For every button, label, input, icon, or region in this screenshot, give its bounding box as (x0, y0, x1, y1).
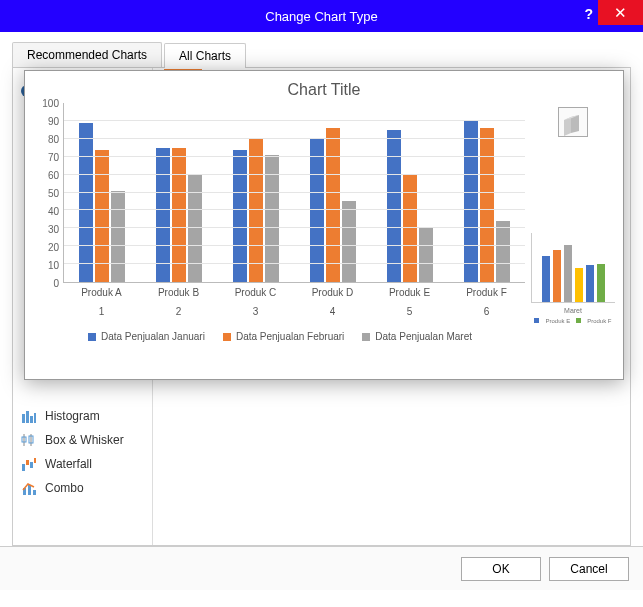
sidebar-item-label: Histogram (45, 409, 100, 423)
mini-plot (531, 233, 615, 303)
svg-rect-10 (30, 462, 33, 468)
svg-rect-3 (34, 413, 36, 423)
tab-recommended[interactable]: Recommended Charts (12, 42, 162, 67)
svg-rect-0 (22, 414, 25, 423)
mini-xlabel: Maret (531, 307, 615, 314)
legend-swatch (534, 318, 539, 323)
chart-preview-large: Chart Title 0102030405060708090100 Produ… (24, 70, 624, 380)
y-tick: 70 (48, 152, 59, 163)
bar (79, 123, 93, 282)
bar (553, 250, 561, 302)
y-axis: 0102030405060708090100 (35, 103, 63, 283)
bar (586, 265, 594, 302)
ok-button[interactable]: OK (461, 557, 541, 581)
boxwhisker-icon (21, 432, 37, 448)
x-tick: Produk A1 (63, 283, 140, 317)
bar (156, 148, 170, 282)
bar (172, 148, 186, 282)
legend: Data Penjualan JanuariData Penjualan Feb… (35, 331, 525, 342)
help-button[interactable]: ? (584, 6, 593, 22)
y-tick: 10 (48, 260, 59, 271)
bar-group (448, 103, 525, 282)
close-button[interactable]: ✕ (598, 0, 643, 25)
bar (564, 245, 572, 303)
bar-group (64, 103, 141, 282)
y-tick: 30 (48, 224, 59, 235)
y-tick: 20 (48, 242, 59, 253)
combo-icon (21, 480, 37, 496)
x-tick: Produk C3 (217, 283, 294, 317)
bar (310, 139, 324, 282)
x-tick: Produk F6 (448, 283, 525, 317)
bar (111, 191, 125, 282)
y-tick: 40 (48, 206, 59, 217)
histogram-icon (21, 408, 37, 424)
sidebar-item-combo[interactable]: Combo (13, 476, 152, 500)
mini-legend: Produk E Produk F (531, 318, 615, 324)
svg-rect-2 (30, 416, 33, 423)
svg-rect-8 (22, 464, 25, 471)
bar (480, 128, 494, 282)
waterfall-icon (21, 456, 37, 472)
svg-rect-9 (26, 460, 29, 465)
legend-swatch (223, 333, 231, 341)
svg-rect-1 (26, 411, 29, 423)
bar (419, 227, 433, 282)
sidebar-item-label: Box & Whisker (45, 433, 124, 447)
bar-group (141, 103, 218, 282)
bar (342, 201, 356, 282)
dialog-footer: OK Cancel (0, 546, 643, 590)
bar (464, 121, 478, 282)
y-tick: 60 (48, 170, 59, 181)
bar (249, 139, 263, 282)
bar (597, 264, 605, 302)
legend-swatch (576, 318, 581, 323)
sidebar-item-histogram[interactable]: Histogram (13, 404, 152, 428)
x-axis: Produk A1Produk B2Produk C3Produk D4Prod… (63, 283, 525, 317)
dialog-content: Recommended Charts All Charts R Histogra… (0, 32, 643, 546)
sidebar-item-label: Waterfall (45, 457, 92, 471)
legend-swatch (88, 333, 96, 341)
legend-item: Data Penjualan Februari (223, 331, 344, 342)
chart-main: 0102030405060708090100 Produk A1Produk B… (35, 103, 525, 342)
tabs: Recommended Charts All Charts (12, 42, 631, 68)
legend-swatch (362, 333, 370, 341)
x-tick: Produk E5 (371, 283, 448, 317)
bar (496, 221, 510, 282)
sidebar-item-waterfall[interactable]: Waterfall (13, 452, 152, 476)
y-tick: 50 (48, 188, 59, 199)
bar (387, 130, 401, 282)
bar-group (371, 103, 448, 282)
y-tick: 0 (53, 278, 59, 289)
y-tick: 90 (48, 116, 59, 127)
tab-all[interactable]: All Charts (164, 43, 246, 68)
y-tick: 100 (42, 98, 59, 109)
legend-item: Data Penjualan Januari (88, 331, 205, 342)
y-tick: 80 (48, 134, 59, 145)
titlebar: Change Chart Type ? ✕ (0, 0, 643, 32)
dialog-title: Change Chart Type (0, 9, 643, 24)
svg-marker-15 (564, 117, 571, 136)
svg-rect-14 (33, 490, 36, 495)
bar-group (218, 103, 295, 282)
x-tick: Produk B2 (140, 283, 217, 317)
bar (326, 128, 340, 282)
sidebar-item-label: Combo (45, 481, 84, 495)
bar-group (294, 103, 371, 282)
chart-preview-small: Maret Produk E Produk F (525, 103, 615, 342)
x-tick: Produk D4 (294, 283, 371, 317)
bar (575, 268, 583, 303)
cancel-button[interactable]: Cancel (549, 557, 629, 581)
sidebar-item-boxwhisker[interactable]: Box & Whisker (13, 428, 152, 452)
plot-area (63, 103, 525, 283)
legend-item: Data Penjualan Maret (362, 331, 472, 342)
chart-3d-thumbnail[interactable] (558, 107, 588, 137)
bar (542, 256, 550, 302)
chart-title: Chart Title (35, 81, 613, 99)
svg-rect-13 (28, 485, 31, 495)
svg-rect-11 (34, 458, 36, 463)
